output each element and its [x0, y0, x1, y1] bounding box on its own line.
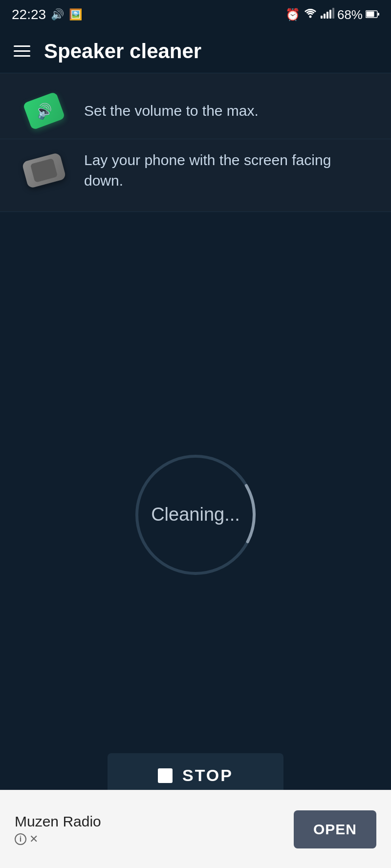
instructions-section: 🔊 Set the volume to the max. Lay your ph… — [0, 73, 391, 212]
cleaning-status-text: Cleaning... — [151, 504, 240, 525]
stop-label: STOP — [182, 766, 233, 785]
app-title: Speaker cleaner — [44, 40, 201, 63]
alarm-icon: ⏰ — [285, 8, 300, 21]
instruction-facedown: Lay your phone with the screen facing do… — [0, 139, 391, 202]
svg-point-0 — [309, 16, 311, 18]
ad-banner: Muzen Radio i ✕ OPEN — [0, 790, 391, 868]
stop-square-icon — [158, 768, 173, 783]
ad-title: Muzen Radio — [15, 813, 101, 830]
status-bar: 22:23 🔊 🖼️ ⏰ — [0, 0, 391, 29]
top-navigation-bar: Speaker cleaner — [0, 29, 391, 73]
instruction-facedown-text: Lay your phone with the screen facing do… — [84, 150, 371, 191]
image-icon: 🖼️ — [69, 8, 82, 21]
battery-percent: 68% — [337, 7, 363, 22]
svg-rect-1 — [321, 16, 323, 19]
instruction-volume: 🔊 Set the volume to the max. — [0, 83, 391, 139]
signal-icon — [321, 8, 334, 21]
status-icons-right: ⏰ 68% — [285, 7, 379, 22]
svg-rect-3 — [326, 12, 328, 19]
wifi-icon — [303, 8, 318, 21]
svg-rect-7 — [367, 12, 374, 17]
close-icon[interactable]: ✕ — [29, 833, 38, 846]
time-display: 22:23 — [12, 7, 46, 22]
cleaning-area: Cleaning... STOP — [0, 212, 391, 856]
svg-rect-5 — [332, 8, 334, 19]
status-time-group: 22:23 🔊 🖼️ — [12, 7, 82, 22]
app-container: 22:23 🔊 🖼️ ⏰ — [0, 0, 391, 868]
ad-info-left: Muzen Radio i ✕ — [15, 813, 101, 846]
ad-info-row: i ✕ — [15, 833, 101, 846]
volume-icon: 🔊 — [51, 8, 64, 21]
battery-icon — [366, 8, 379, 21]
volume-symbol: 🔊 — [33, 101, 55, 122]
svg-rect-8 — [378, 13, 379, 16]
instruction-volume-text: Set the volume to the max. — [84, 101, 371, 121]
phone-facedown-icon — [20, 153, 68, 188]
main-content: 🔊 Set the volume to the max. Lay your ph… — [0, 73, 391, 856]
svg-rect-2 — [324, 14, 326, 19]
svg-rect-4 — [329, 10, 331, 19]
phone-volume-icon: 🔊 — [20, 94, 68, 128]
cleaning-spinner: Cleaning... — [127, 446, 264, 583]
ad-open-button[interactable]: OPEN — [294, 810, 376, 848]
menu-button[interactable] — [14, 45, 30, 57]
info-icon[interactable]: i — [15, 833, 26, 845]
